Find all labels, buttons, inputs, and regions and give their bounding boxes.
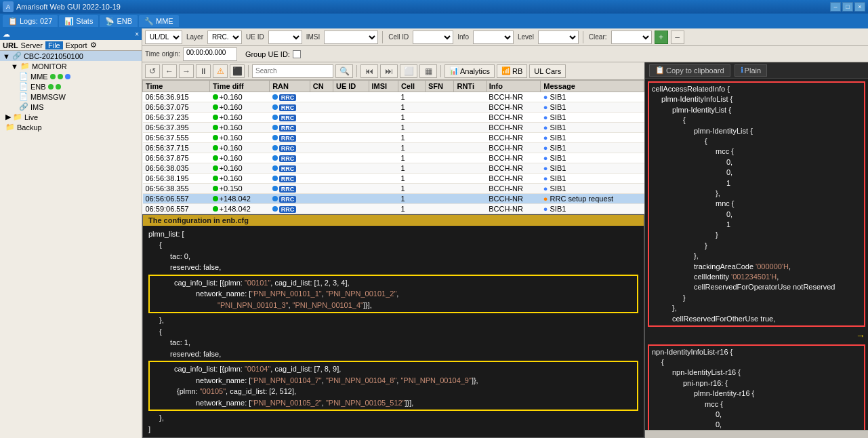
table-row[interactable]: 06:56:37.395+0.160RRC1BCCH-NR● SIB1 <box>143 123 644 133</box>
warning-button[interactable]: ⚠ <box>213 64 228 78</box>
log-btn2[interactable]: ⏭ <box>380 64 398 78</box>
code-inner1: { <box>650 136 863 146</box>
ul-dl-select[interactable]: UL/DL <box>145 31 182 44</box>
file-label: File <box>45 41 63 49</box>
table-row[interactable]: 06:56:38.035+0.160RRC1BCCH-NR● SIB1 <box>143 163 644 174</box>
ul-cars-button[interactable]: UL Cars <box>529 64 566 78</box>
config-cag2-line2: network_name: ["PNI_NPN_00104_7", "PNI_N… <box>152 375 634 386</box>
log-right-wrapper: ↺ ← → ⏸ ⚠ ⬛ 🔍 ⏮ ⏭ ⬜ ▦ 📊 <box>142 62 868 438</box>
tab-enb-label: ENB <box>117 17 132 25</box>
pause-button[interactable]: ⏸ <box>196 64 211 78</box>
export-label[interactable]: Export <box>66 41 87 49</box>
group-ue-checkbox[interactable] <box>293 50 301 58</box>
sidebar: ☁ × URL Server File Export ⚙ ▼ 🔗 CBC-202… <box>0 28 142 438</box>
col-time: Time <box>143 81 210 92</box>
log-table: Time Time diff RAN CN UE ID IMSI Cell SF… <box>142 80 644 214</box>
code-pni-npn: pni-npn-r16: { <box>650 378 863 389</box>
refresh-button[interactable]: ↺ <box>145 64 160 78</box>
clear-select[interactable] <box>611 31 652 44</box>
url-label: URL <box>3 41 18 49</box>
live-collapse-icon: ▶ <box>5 113 11 121</box>
log-table-container: Time Time diff RAN CN UE ID IMSI Cell SF… <box>142 80 644 438</box>
table-row[interactable]: 06:59:06.557+148.042RRC1BCCH-NR● SIB1 <box>143 204 644 214</box>
maximize-button[interactable]: □ <box>842 2 853 12</box>
table-row[interactable]: 06:56:36.915+0.160RRC1BCCH-NR● SIB1 <box>143 92 644 102</box>
close-button[interactable]: × <box>854 2 865 12</box>
back-button[interactable]: ← <box>162 64 177 78</box>
tab-logs[interactable]: 📋 Logs: 027 <box>3 15 58 27</box>
tab-mme[interactable]: 🔧 MME <box>139 15 179 27</box>
level-select[interactable] <box>538 31 579 44</box>
search-input[interactable] <box>252 64 333 78</box>
sidebar-item-live[interactable]: ▶ 📁 Live <box>0 112 142 122</box>
imsi-select[interactable] <box>324 31 378 44</box>
code-r16-0: 0, <box>650 410 863 420</box>
sidebar-item-mbmsgw[interactable]: 📄 MBMSGW <box>0 92 142 102</box>
info-select[interactable] <box>473 31 514 44</box>
layer-select[interactable]: RRC. <box>207 31 242 44</box>
monitor-label: MONITOR <box>32 62 67 71</box>
enb-sidebar-label: ENB <box>30 83 46 91</box>
sidebar-item-enb[interactable]: 📄 ENB <box>0 81 142 92</box>
log-btn3[interactable]: ⬜ <box>400 64 417 78</box>
code-tac: }, <box>650 251 863 261</box>
search-button[interactable]: 🔍 <box>335 64 353 78</box>
config-line-closemain: ] <box>148 424 638 435</box>
config-line-close1: }, <box>148 315 638 326</box>
info-icon: ℹ <box>741 66 743 75</box>
server-label: Server <box>21 41 43 49</box>
sidebar-item-url[interactable]: URL Server File Export ⚙ <box>0 40 142 50</box>
tab-mme-label: MME <box>156 17 173 25</box>
mme-sidebar-label: MME <box>30 73 48 81</box>
table-row[interactable]: 06:56:37.875+0.160RRC1BCCH-NR● SIB1 <box>143 153 644 163</box>
level-label: Level <box>518 33 534 41</box>
table-row[interactable]: 06:56:38.195+0.160RRC1BCCH-NR● SIB1 <box>143 174 644 184</box>
time-origin-label: Time origin: <box>145 50 180 58</box>
stop-button[interactable]: ⬛ <box>230 64 245 78</box>
copy-label: Copy to clipboard <box>666 66 724 75</box>
sidebar-item-monitor[interactable]: ▼ 📁 MONITOR <box>0 61 142 71</box>
rrc-badge: RRC <box>279 186 297 193</box>
plain-button[interactable]: ℹ Plain <box>735 64 767 77</box>
tab-stats[interactable]: 📊 Stats <box>59 15 98 27</box>
ims-label: IMS <box>30 103 44 111</box>
log-btn4[interactable]: ▦ <box>419 64 437 78</box>
log-btn1[interactable]: ⏮ <box>360 64 378 78</box>
content-area: UL/DL Layer RRC. UE ID IMSI Cell ID Info <box>142 28 868 438</box>
sidebar-item-ims[interactable]: 🔗 IMS <box>0 102 142 112</box>
col-cell: Cell <box>398 81 425 92</box>
add-filter-button[interactable]: + <box>655 31 668 44</box>
sidebar-item-mme[interactable]: 📄 MME <box>0 71 142 81</box>
cell-id-select[interactable] <box>413 31 453 44</box>
rb-button[interactable]: 📶 RB <box>497 64 527 78</box>
copy-clipboard-button[interactable]: 📋 Copy to clipboard <box>649 64 730 77</box>
ue-id-select[interactable] <box>268 31 302 44</box>
rrc-badge: RRC <box>279 104 297 111</box>
tab-enb[interactable]: 📡 ENB <box>100 15 138 27</box>
table-row[interactable]: 06:56:37.715+0.160RRC1BCCH-NR● SIB1 <box>143 143 644 153</box>
minimize-button[interactable]: – <box>830 2 841 12</box>
window-controls[interactable]: – □ × <box>830 2 865 12</box>
sidebar-item-cbc[interactable]: ▼ 🔗 CBC-2021050100 <box>0 51 142 61</box>
right-panel-scrollbar-h[interactable] <box>645 430 868 438</box>
main-layout: ☁ × URL Server File Export ⚙ ▼ 🔗 CBC-202… <box>0 28 868 438</box>
table-row[interactable]: 06:56:37.075+0.160RRC1BCCH-NR● SIB1 <box>143 102 644 113</box>
plain-label: Plain <box>745 66 761 75</box>
forward-button[interactable]: → <box>179 64 194 78</box>
table-row[interactable]: 06:56:37.555+0.160RRC1BCCH-NR● SIB1 <box>143 133 644 143</box>
code-mcc2: 1 <box>650 178 863 188</box>
table-row[interactable]: 06:56:37.235+0.160RRC1BCCH-NR● SIB1 <box>143 113 644 123</box>
table-row[interactable]: 06:56:38.355+0.150RRC1BCCH-NR● SIB1 <box>143 184 644 194</box>
table-row[interactable]: 06:56:06.557+148.042RRC1BCCH-NR● RRC set… <box>143 194 644 204</box>
config-content: plmn_list: [ { tac: 0, reserved: false, … <box>143 226 644 438</box>
config-cag2-line1: cag_info_list: [{plmn: "00104", cag_id_l… <box>152 363 634 375</box>
mbmsgw-label: MBMSGW <box>30 93 66 101</box>
remove-filter-button[interactable]: – <box>671 31 684 44</box>
time-origin-value[interactable]: 00:00:00.000 <box>183 47 237 61</box>
analytics-button[interactable]: 📊 Analytics <box>445 64 495 78</box>
sidebar-item-backup[interactable]: 📁 Backup <box>0 122 142 132</box>
stats-icon: 📊 <box>64 17 74 26</box>
sep1 <box>382 31 383 43</box>
settings-icon[interactable]: ⚙ <box>90 41 97 49</box>
sidebar-close-icon[interactable]: × <box>135 31 139 38</box>
